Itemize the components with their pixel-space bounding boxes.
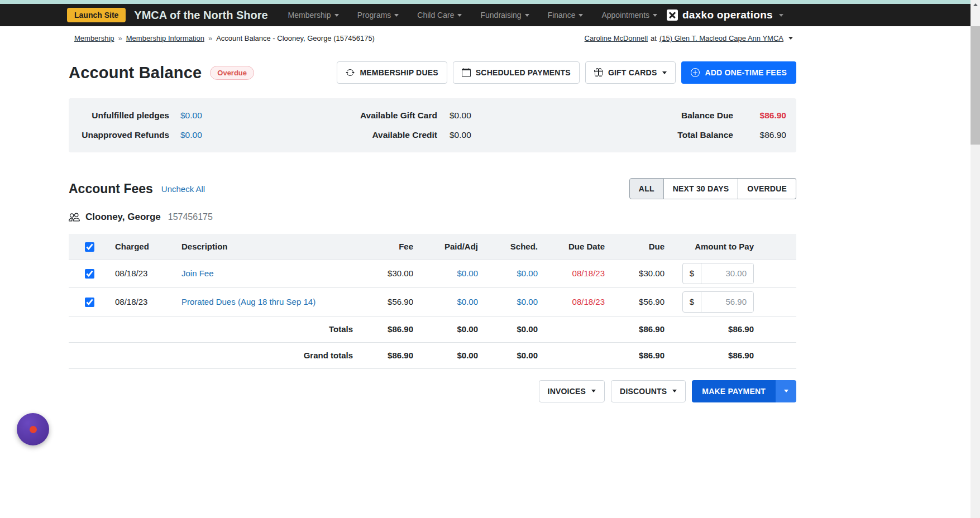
total-balance-value: $86.90 [733, 130, 786, 140]
daxko-operations-menu[interactable]: daxko operations [667, 9, 783, 21]
balance-due-value: $86.90 [733, 111, 786, 121]
sched-column-header: Sched. [478, 234, 538, 259]
gift-cards-button[interactable]: GIFT CARDS [585, 61, 676, 84]
breadcrumb: Membership » Membership Information » Ac… [74, 34, 375, 42]
member-row: Clooney, George 157456175 [69, 212, 796, 223]
discounts-button[interactable]: DISCOUNTS [611, 380, 686, 402]
totals-label: Totals [69, 316, 359, 342]
available-gift-card-label: Available Gift Card [259, 111, 437, 121]
page-header: Account Balance Overdue MEMBERSHIP DUES … [69, 61, 796, 84]
available-credit-label: Available Credit [259, 130, 437, 140]
fee-description-link[interactable]: Join Fee [181, 268, 214, 278]
nav-label: Appointments [601, 11, 649, 20]
unapproved-refunds-label: Unapproved Refunds [79, 130, 169, 140]
membership-dues-label: MEMBERSHIP DUES [360, 68, 438, 77]
make-payment-dropdown-button[interactable] [776, 380, 796, 402]
plus-circle-icon [691, 68, 700, 77]
nav-item-programs[interactable]: Programs [357, 11, 399, 20]
filter-all-button[interactable]: ALL [629, 178, 664, 199]
nav-menus: Membership Programs Child Care Fundraisi… [288, 11, 657, 20]
user-branch-selector: Caroline McDonnell at (15) Glen T. Macle… [585, 34, 793, 42]
chevron-down-icon[interactable] [788, 37, 793, 40]
charged-column-header: Charged [115, 234, 181, 259]
main-navbar: Launch Site YMCA of the North Shore Memb… [0, 4, 971, 26]
daxko-logo-icon [667, 9, 678, 21]
scheduled-payments-button[interactable]: SCHEDULED PAYMENTS [453, 61, 580, 84]
currency-symbol: $ [683, 292, 701, 312]
summary-row: Unapproved Refunds $0.00 Available Credi… [79, 130, 786, 140]
due-amount: $56.90 [605, 287, 665, 316]
chevron-down-icon [457, 14, 462, 17]
fee-amount: $56.90 [359, 287, 413, 316]
chevron-down-icon [394, 14, 399, 17]
filter-overdue-button[interactable]: OVERDUE [738, 178, 796, 199]
nav-label: Finance [548, 11, 576, 20]
make-payment-split-button: MAKE PAYMENT [692, 380, 796, 402]
user-branch-conjunction: at [651, 34, 657, 42]
uncheck-all-link[interactable]: Uncheck All [161, 184, 205, 194]
launch-site-button[interactable]: Launch Site [67, 8, 126, 22]
nav-item-child-care[interactable]: Child Care [417, 11, 462, 20]
chat-launcher-button[interactable] [17, 413, 49, 445]
select-all-checkbox[interactable] [85, 242, 94, 252]
add-one-time-fees-button[interactable]: ADD ONE-TIME FEES [681, 61, 796, 84]
breadcrumb-link-membership[interactable]: Membership [74, 34, 114, 42]
chevron-down-icon [784, 390, 788, 392]
chat-launcher-dot-icon [30, 426, 37, 433]
invoices-button[interactable]: INVOICES [539, 380, 605, 402]
fees-filter-group: ALL NEXT 30 DAYS OVERDUE [629, 178, 796, 199]
amount-to-pay-input[interactable] [701, 292, 753, 312]
fee-row-prorated-dues: 08/18/23 Prorated Dues (Aug 18 thru Sep … [69, 287, 796, 316]
totals-sched: $0.00 [478, 316, 538, 342]
due-date-column-header: Due Date [538, 234, 605, 259]
paid-adj-link[interactable]: $0.00 [457, 268, 478, 278]
chevron-down-icon [334, 14, 339, 17]
footer-actions: INVOICES DISCOUNTS MAKE PAYMENT [69, 380, 796, 402]
nav-item-appointments[interactable]: Appointments [601, 11, 657, 20]
make-payment-button[interactable]: MAKE PAYMENT [692, 380, 776, 402]
membership-dues-button[interactable]: MEMBERSHIP DUES [337, 61, 447, 84]
sched-link[interactable]: $0.00 [517, 268, 538, 278]
totals-row: Totals $86.90 $0.00 $0.00 $86.90 $86.90 [69, 316, 796, 342]
fee-description-link[interactable]: Prorated Dues (Aug 18 thru Sep 14) [181, 297, 315, 306]
user-link[interactable]: Caroline McDonnell [585, 34, 648, 42]
filter-next-30-days-button[interactable]: NEXT 30 DAYS [664, 178, 739, 199]
overdue-status-badge: Overdue [210, 66, 254, 80]
daxko-logo-text: daxko operations [682, 9, 773, 21]
chevron-down-icon [779, 14, 783, 17]
branch-link[interactable]: (15) Glen T. Macleod Cape Ann YMCA [659, 34, 783, 42]
unfulfilled-pledges-value[interactable]: $0.00 [180, 111, 202, 120]
amount-to-pay-input[interactable] [701, 263, 753, 284]
breadcrumb-current: Account Balance - Clooney, George (15745… [216, 34, 375, 42]
breadcrumb-bar: Membership » Membership Information » Ac… [69, 34, 796, 42]
due-column-header: Due [605, 234, 665, 259]
add-one-time-fees-label: ADD ONE-TIME FEES [705, 68, 787, 77]
fee-column-header: Fee [359, 234, 413, 259]
grand-totals-row: Grand totals $86.90 $0.00 $0.00 $86.90 $… [69, 342, 796, 368]
fee-row-join-fee: 08/18/23 Join Fee $30.00 $0.00 $0.00 08/… [69, 259, 796, 287]
paid-adj-link[interactable]: $0.00 [457, 297, 478, 306]
balance-due-label: Balance Due [510, 111, 733, 121]
top-accent-strip [0, 0, 971, 4]
vertical-scrollbar[interactable] [971, 0, 980, 518]
nav-item-fundraising[interactable]: Fundraising [480, 11, 529, 20]
gift-cards-label: GIFT CARDS [608, 68, 657, 77]
sched-link[interactable]: $0.00 [517, 297, 538, 306]
breadcrumb-link-membership-information[interactable]: Membership Information [126, 34, 204, 42]
nav-item-membership[interactable]: Membership [288, 11, 339, 20]
unapproved-refunds-value[interactable]: $0.00 [180, 130, 202, 140]
people-icon [69, 212, 80, 223]
account-fees-table: Charged Description Fee Paid/Adj Sched. … [69, 234, 796, 369]
scrollbar-thumb[interactable] [971, 26, 980, 145]
charged-date: 08/18/23 [115, 259, 181, 287]
nav-item-finance[interactable]: Finance [548, 11, 584, 20]
row-checkbox[interactable] [85, 298, 94, 307]
breadcrumb-separator: » [118, 34, 122, 42]
summary-row: Unfulfilled pledges $0.00 Available Gift… [79, 111, 786, 121]
grand-totals-sched: $0.00 [478, 342, 538, 368]
grand-totals-fee: $86.90 [359, 342, 413, 368]
scrollbar-up-arrow[interactable] [971, 0, 980, 9]
charged-date: 08/18/23 [115, 287, 181, 316]
calendar-icon [462, 68, 471, 77]
row-checkbox[interactable] [85, 269, 94, 279]
